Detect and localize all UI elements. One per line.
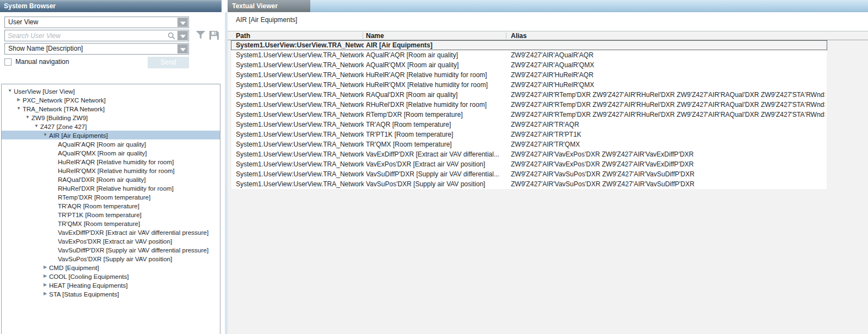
table-body: System1.UserView:UserView.TRA_Network.ZW…	[228, 40, 868, 334]
column-header-alias[interactable]: Alias	[511, 32, 527, 40]
name-cell: AIR [Air Equipments]	[366, 40, 507, 50]
chevron-down-icon[interactable]: ▼	[33, 122, 40, 131]
chevron-right-icon[interactable]: ▶	[41, 263, 49, 272]
tree-item[interactable]: VavSuPos'DXR [Supply air VAV position]	[2, 254, 220, 263]
chevron-down-icon[interactable]: ▼	[41, 131, 49, 139]
view-selector-combobox[interactable]: User View	[4, 17, 189, 28]
tree-item[interactable]: ▼AIR [Air Equipments]	[2, 131, 220, 139]
alias-cell: ZW9'Z427'AIR'VavExPos'DXR ZW9'Z427'AIR'V…	[511, 149, 825, 159]
table-row[interactable]: System1.UserView:UserView.TRA_Network.ZW…	[231, 100, 827, 110]
filter-button[interactable]	[195, 30, 207, 41]
chevron-right-icon[interactable]: ▶	[41, 281, 49, 289]
name-cell: AQualR'QMX [Room air quality]	[366, 60, 507, 70]
chevron-down-icon[interactable]: ▼	[24, 113, 31, 122]
display-mode-combobox[interactable]: Show Name [Description]	[4, 43, 189, 55]
tree-item[interactable]: ▶PXC_Network [PXC Network]	[2, 95, 220, 104]
alias-cell: ZW9'Z427'AIR'RTemp'DXR ZW9'Z427'AIR'RHuR…	[511, 100, 825, 110]
table-header: Path Name Alias	[228, 31, 868, 40]
column-header-name[interactable]: Name	[366, 32, 384, 40]
tree-item[interactable]: ▼ZW9 [Building ZW9]	[2, 113, 220, 122]
name-cell: VavExPos'DXR [Extract air VAV position]	[366, 159, 507, 169]
search-field[interactable]	[4, 30, 189, 41]
chevron-down-icon[interactable]	[177, 18, 188, 27]
tree-item[interactable]: HuRelR'QMX [Relative humidity for room]	[2, 166, 220, 175]
tree-item[interactable]: ▼TRA_Network [TRA Network]	[2, 104, 220, 113]
table-row[interactable]: System1.UserView:UserView.TRA_Network.ZW…	[231, 120, 827, 130]
table-row[interactable]: System1.UserView:UserView.TRA_Network.ZW…	[231, 159, 827, 169]
table-row[interactable]: System1.UserView:UserView.TRA_Network.ZW…	[231, 50, 827, 60]
table-row[interactable]: System1.UserView:UserView.TRA_Network.ZW…	[231, 179, 827, 189]
column-header-path[interactable]: Path	[236, 32, 250, 40]
tree-item[interactable]: ▶CMD [Equipment]	[2, 263, 220, 272]
table-row[interactable]: System1.UserView:UserView.TRA_Network.ZW…	[231, 70, 827, 80]
tree-item-label: UserView [User View]	[14, 88, 75, 95]
path-cell: System1.UserView:UserView.TRA_Network.ZW…	[236, 40, 364, 50]
search-icon	[168, 32, 175, 42]
tree-item[interactable]: AQualR'QMX [Room air quality]	[2, 148, 220, 157]
path-cell: System1.UserView:UserView.TRA_Network.ZW…	[236, 90, 364, 100]
table-row[interactable]: System1.UserView:UserView.TRA_Network.ZW…	[231, 139, 827, 149]
tree-item[interactable]: VavSuDiffP'DXR [Supply air VAV different…	[2, 245, 220, 254]
tree-item[interactable]: ▶STA [Status Equipments]	[2, 289, 220, 298]
tree-item[interactable]: HuRelR'AQR [Relative humidity for room]	[2, 157, 220, 166]
table-row[interactable]: System1.UserView:UserView.TRA_Network.ZW…	[231, 149, 827, 159]
tree-item-label: AIR [Air Equipments]	[49, 132, 108, 139]
tree-item[interactable]: TR'AQR [Room temperature]	[2, 201, 220, 210]
tree-item-label: TRA_Network [TRA Network]	[23, 106, 105, 112]
name-cell: VavSuDiffP'DXR [Supply air VAV different…	[366, 169, 507, 179]
chevron-down-icon[interactable]	[177, 44, 188, 53]
selected-object-label: AIR [Air Equipments]	[236, 16, 297, 24]
tree-item-label: Z427 [Zone 427]	[40, 123, 87, 130]
tree-item[interactable]: RTemp'DXR [Room temperature]	[2, 192, 220, 201]
chevron-right-icon[interactable]: ▶	[41, 289, 49, 298]
table-row[interactable]: System1.UserView:UserView.TRA_Network.ZW…	[231, 40, 827, 50]
save-icon	[209, 33, 219, 42]
tree-item[interactable]: TR'PT1K [Room temperature]	[2, 210, 220, 219]
table-row[interactable]: System1.UserView:UserView.TRA_Network.ZW…	[231, 60, 827, 70]
tree-item[interactable]: ▼Z427 [Zone 427]	[2, 122, 220, 131]
tree-item[interactable]: VavExPos'DXR [Extract air VAV position]	[2, 236, 220, 245]
chevron-right-icon[interactable]: ▶	[15, 95, 23, 104]
tree-item[interactable]: ▼UserView [User View]	[2, 87, 220, 95]
tree-item-label: CMD [Equipment]	[49, 265, 99, 271]
column-divider[interactable]	[506, 33, 506, 39]
manual-navigation-checkbox[interactable]	[4, 58, 12, 66]
table-row[interactable]: System1.UserView:UserView.TRA_Network.ZW…	[231, 169, 827, 179]
table-row[interactable]: System1.UserView:UserView.TRA_Network.ZW…	[231, 90, 827, 100]
chevron-right-icon[interactable]: ▶	[41, 272, 49, 281]
table-row[interactable]: System1.UserView:UserView.TRA_Network.ZW…	[231, 110, 827, 120]
name-cell: AQualR'AQR [Room air quality]	[366, 50, 507, 60]
tab-textual-viewer[interactable]: Textual Viewer	[228, 0, 310, 12]
path-cell: System1.UserView:UserView.TRA_Network.ZW…	[236, 169, 364, 179]
table-row[interactable]: System1.UserView:UserView.TRA_Network.ZW…	[231, 130, 827, 139]
path-cell: System1.UserView:UserView.TRA_Network.ZW…	[236, 179, 364, 189]
search-input[interactable]	[8, 31, 165, 40]
tree-item-label: VavSuDiffP'DXR [Supply air VAV different…	[58, 247, 208, 254]
path-cell: System1.UserView:UserView.TRA_Network.ZW…	[236, 149, 364, 159]
tree-item-label: VavSuPos'DXR [Supply air VAV position]	[58, 256, 172, 262]
save-button[interactable]	[209, 30, 221, 41]
path-cell: System1.UserView:UserView.TRA_Network.ZW…	[236, 50, 364, 60]
tree-item[interactable]: ▶COOL [Cooling Equipments]	[2, 272, 220, 281]
alias-cell: ZW9'Z427'AIR'TR'PT1K	[511, 130, 825, 139]
tree-item-label: STA [Status Equipments]	[49, 291, 119, 298]
textual-viewer-tabbar: Textual Viewer	[228, 0, 868, 12]
send-button[interactable]: Send	[148, 57, 189, 68]
tree-item[interactable]: VavExDiffP'DXR [Extract air VAV differen…	[2, 228, 220, 236]
table-row[interactable]: System1.UserView:UserView.TRA_Network.ZW…	[231, 80, 827, 90]
tree-item[interactable]: AQualR'AQR [Room air quality]	[2, 139, 220, 148]
filter-icon	[195, 32, 206, 41]
system-browser-panel: System Browser User View	[0, 0, 222, 334]
column-divider[interactable]	[363, 33, 363, 39]
chevron-down-icon[interactable]: ▼	[6, 87, 14, 95]
name-cell: RHuRel'DXR [Relative humidity for room]	[366, 100, 507, 110]
alias-cell: ZW9'Z427'AIR'VavSuPos'DXR ZW9'Z427'AIR'V…	[511, 169, 825, 179]
tree-item[interactable]: ▶HEAT [Heating Equipments]	[2, 281, 220, 289]
tree-item[interactable]: RAQual'DXR [Room air quality]	[2, 175, 220, 184]
tree-item[interactable]: TR'QMX [Room temperature]	[2, 219, 220, 228]
tree-item[interactable]: RHuRel'DXR [Relative humidity for room]	[2, 184, 220, 192]
chevron-down-icon[interactable]: ▼	[15, 104, 23, 113]
chevron-down-icon[interactable]	[177, 31, 188, 40]
path-cell: System1.UserView:UserView.TRA_Network.ZW…	[236, 139, 364, 149]
name-cell: HuRelR'QMX [Relative humidity for room]	[366, 80, 507, 90]
